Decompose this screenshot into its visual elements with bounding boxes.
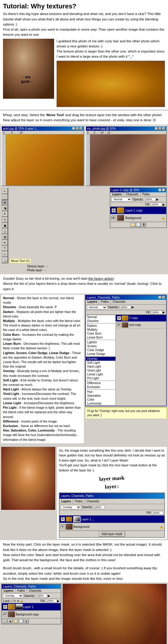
tab-layers[interactable]: Layers (110, 192, 124, 196)
blend-opt-color[interactable]: Color (86, 398, 115, 402)
blend-opt-softlight[interactable]: Soft Light (86, 361, 115, 365)
blend-opt-luminosity[interactable]: Luminosity (86, 402, 115, 405)
blend-opt-difference[interactable]: Difference (86, 381, 115, 385)
blend-opt-pinlight[interactable]: Pin Light (86, 376, 115, 380)
ps-window-right: my_photo.jpg @ 50% _ □ × 0 . . . 5 . . .… (85, 126, 167, 186)
mask-tab-layers[interactable]: Layers (60, 499, 73, 504)
blend-opt-darken[interactable]: Darken (86, 324, 115, 328)
layers-mini-min[interactable]: _ (158, 188, 161, 191)
blend-opt-linearburn[interactable]: Linear Burn (86, 336, 115, 339)
layer-item-bg2[interactable]: 👁 und copy (116, 322, 166, 329)
final-btn-5[interactable]: 🗑 (24, 619, 29, 623)
final-btn-1[interactable]: ⬚ (2, 619, 7, 623)
minimize-btn[interactable]: _ (72, 127, 75, 130)
tool-brush[interactable]: ✎ (2, 217, 8, 222)
delete-layer-btn[interactable]: 🗑 (141, 223, 146, 227)
final-layer1-item[interactable]: 👁 Layer 1 (2, 603, 61, 611)
layer-eye-icon[interactable]: 👁 (111, 208, 116, 212)
final-fill-input[interactable] (46, 599, 57, 603)
blend-mode-dropdown[interactable]: Normal (87, 305, 107, 309)
blend-opt-lighten[interactable]: Lighten (86, 340, 115, 344)
blend-opt-exclusion[interactable]: Exclusion (86, 385, 115, 389)
final-btn-2[interactable]: ◉ (8, 619, 13, 623)
fill-input2[interactable] (151, 311, 163, 314)
tool-arrow[interactable]: ↖ (2, 188, 8, 194)
close-btn2[interactable]: × (162, 127, 165, 130)
tool-move[interactable]: ✛ (2, 200, 8, 205)
layer-item-bg[interactable]: 👁 Background 🔒 (110, 214, 166, 222)
blend-opt-screen[interactable]: Screen (86, 344, 115, 348)
blend-min-btn[interactable]: _ (158, 296, 161, 299)
blend-mode-select[interactable]: Normal (111, 197, 132, 201)
mask-panel-title: Layers, Channels, Paths (61, 494, 93, 498)
final-tab-paths[interactable]: Paths (15, 589, 27, 593)
tool-crop[interactable]: ⬔ (2, 206, 8, 211)
layer-bg-eye-icon[interactable]: 👁 (111, 216, 116, 220)
tab-paths[interactable]: Paths (141, 192, 152, 196)
add-layer-mask-btn[interactable]: Add layer mask (99, 531, 125, 537)
blend-opt-vividlight[interactable]: Vivid Light (86, 369, 115, 372)
blend-opt-normal[interactable]: Normal (86, 315, 115, 319)
mask-bg-item[interactable]: 👁 Background 🔒 (60, 523, 164, 531)
blend-opt-saturation[interactable]: Saturation (86, 394, 115, 398)
blend-opt-overlay[interactable]: Overlay (86, 357, 115, 361)
close-btn[interactable]: × (79, 127, 82, 130)
mask-tab-paths[interactable]: Paths (73, 499, 85, 504)
maximize-btn[interactable]: □ (76, 127, 79, 130)
blend-opt-multiply[interactable]: Multiply (86, 328, 115, 332)
mask-tab-channels[interactable]: Channels (85, 499, 101, 504)
tool-zoom[interactable]: 🔍 (2, 257, 8, 262)
blend-dissolve-desc: Dissolve - Does basically the same :P (3, 305, 82, 309)
tool-stamp[interactable]: ▣ (2, 223, 8, 228)
maximize-btn2[interactable]: □ (158, 127, 161, 130)
fill-input[interactable] (151, 203, 162, 206)
tool-lasso[interactable]: ⬚ (2, 194, 8, 200)
mask-bg-eye[interactable]: 👁 (61, 525, 65, 529)
final-tab-layers[interactable]: Layers (2, 589, 15, 593)
blend-tab-layers[interactable]: Layers (86, 300, 99, 304)
tool-shape[interactable]: ◇ (2, 251, 8, 257)
tool-gradient[interactable]: ▨ (2, 234, 8, 239)
new-layer-set-btn[interactable]: 📁 (130, 223, 135, 227)
minimize-btn2[interactable]: _ (155, 127, 158, 130)
ruler-v2 (86, 134, 90, 185)
mask-opacity-input[interactable] (93, 505, 105, 509)
opacity-input[interactable] (144, 197, 156, 201)
blend-opt-lineardodge[interactable]: Linear Dodge (86, 352, 115, 356)
layer-item-copy[interactable]: 👁 Layer 1 copy (110, 207, 166, 214)
final-btn-3[interactable]: 📁 (13, 619, 18, 623)
tool-eraser[interactable]: ◻ (2, 228, 8, 234)
new-layer-btn[interactable]: 📄 (136, 223, 141, 227)
mask-eye-icon[interactable]: 👁 (61, 517, 65, 521)
final-eye1[interactable]: 👁 (3, 605, 7, 609)
blend-opt-hardlight[interactable]: Hard Light (86, 365, 115, 369)
mask-fill-input[interactable] (152, 511, 163, 515)
photo-layer-annotation: Photo layer → (27, 269, 167, 272)
final-bg-item[interactable]: 👁 Background copy (2, 611, 61, 618)
blend-opt-hue[interactable]: Hue (86, 390, 115, 394)
blend-tab-paths[interactable]: Paths (99, 300, 111, 304)
tool-eye[interactable]: 👁 (2, 211, 8, 217)
final-btn-4[interactable]: 📄 (19, 619, 23, 623)
blend-tab-channels[interactable]: Channels (111, 300, 127, 304)
layers-mini-close[interactable]: × (162, 188, 165, 191)
blend-opt-colordodge[interactable]: Color Dodge (86, 348, 115, 352)
blend-opt-dissolve[interactable]: Dissolve (86, 319, 115, 323)
eye-icon-1[interactable]: 👁 (117, 316, 121, 320)
layer-item-1-copy[interactable]: 👁 1 copy (116, 315, 166, 322)
blend-opt-linearlight[interactable]: Linear Light (86, 372, 115, 376)
blend-close-btn[interactable]: × (162, 296, 165, 299)
blend-opt-colorburn[interactable]: Color Burn (86, 332, 115, 336)
final-mode-select[interactable]: Overlay (3, 594, 23, 598)
tool-pen[interactable]: ✒ (2, 240, 8, 245)
blend-dropdown[interactable]: Normal Dissolve Darken Multiply Color Bu… (86, 315, 116, 406)
layer-mask-item-row[interactable]: 👁 Layer 1 ... (60, 516, 164, 523)
tab-channels[interactable]: Channels (124, 192, 140, 196)
final-opacity-input[interactable] (36, 594, 47, 597)
mask-mode-select[interactable]: Overlay (61, 505, 81, 509)
opacity-input2[interactable] (120, 305, 131, 309)
eye-icon-bg[interactable]: 👁 (117, 323, 121, 327)
final-eye-bg[interactable]: 👁 (3, 612, 7, 616)
tool-text[interactable]: T (2, 245, 8, 251)
final-tab-channels[interactable]: Channels (27, 589, 43, 593)
